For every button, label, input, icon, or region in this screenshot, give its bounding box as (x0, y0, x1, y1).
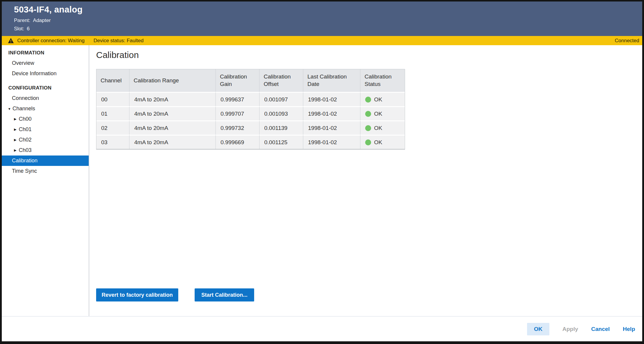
body-row: INFORMATION Overview Device Information … (2, 45, 642, 316)
col-header-channel: Channel (96, 69, 129, 92)
chevron-collapsed-icon[interactable]: ▶ (14, 117, 19, 121)
col-header-calibration-range: Calibration Range (129, 69, 216, 92)
cell-channel: 00 (96, 92, 129, 106)
connection-state: Connected (615, 38, 639, 44)
cell-status: OK (360, 92, 405, 106)
page-title: Calibration (96, 50, 139, 60)
chevron-collapsed-icon[interactable]: ▶ (14, 138, 19, 142)
cell-range: 4mA to 20mA (129, 106, 216, 120)
status-ok-icon (365, 139, 371, 145)
cell-gain: 0.999669 (216, 135, 260, 149)
status-text: OK (374, 96, 382, 103)
cell-range: 4mA to 20mA (129, 120, 216, 135)
sidebar-item-overview[interactable]: Overview (2, 58, 89, 68)
dialog-footer: OK Apply Cancel Help (2, 316, 642, 341)
col-header-calibration-offset: Calibration Offset (260, 69, 303, 92)
cell-date: 1998-01-02 (303, 120, 360, 135)
slot-line: Slot:6 (14, 26, 642, 32)
navigation-sidebar: INFORMATION Overview Device Information … (2, 45, 89, 316)
cell-gain: 0.999732 (216, 120, 260, 135)
parent-value: Adapter (33, 18, 51, 23)
cell-gain: 0.999637 (216, 92, 260, 106)
sidebar-item-time-sync[interactable]: Time Sync (2, 166, 89, 176)
window-header: 5034-IF4, analog Parent:Adapter Slot:6 (2, 1, 642, 36)
cell-status: OK (360, 120, 405, 135)
section-configuration: CONFIGURATION (2, 83, 89, 93)
apply-button[interactable]: Apply (562, 326, 578, 332)
sidebar-item-device-information[interactable]: Device Information (2, 68, 89, 79)
chevron-expanded-icon[interactable]: ▼ (8, 107, 12, 111)
status-alert-bar: Controller connection: Waiting Device st… (2, 36, 642, 45)
warning-icon (8, 38, 14, 43)
col-header-calibration-status: Calibration Status (360, 69, 405, 92)
col-header-calibration-gain: Calibration Gain (216, 69, 260, 92)
sidebar-item-calibration-selected[interactable]: Calibration (2, 155, 89, 166)
status-text: OK (374, 125, 382, 131)
sidebar-item-ch02[interactable]: ▶ Ch02 (2, 135, 89, 145)
parent-label: Parent: (14, 18, 30, 23)
slot-label: Slot: (14, 26, 24, 32)
cell-range: 4mA to 20mA (129, 135, 216, 149)
cell-date: 1998-01-02 (303, 106, 360, 120)
slot-value: 6 (27, 26, 29, 32)
calibration-actions: Revert to factory calibration Start Cali… (96, 288, 254, 301)
sidebar-item-ch03[interactable]: ▶ Ch03 (2, 145, 89, 155)
sidebar-item-label: Ch02 (19, 137, 32, 143)
sidebar-spacer (2, 79, 89, 83)
cell-offset: 0.001093 (260, 106, 303, 120)
chevron-collapsed-icon[interactable]: ▶ (14, 148, 19, 152)
cell-offset: 0.001139 (260, 120, 303, 135)
sidebar-item-label: Channels (12, 106, 35, 112)
cell-status: OK (360, 135, 405, 149)
status-ok-icon (365, 125, 371, 131)
sidebar-item-channels[interactable]: ▼ Channels (2, 103, 89, 114)
status-ok-icon (365, 97, 371, 103)
sidebar-item-connection[interactable]: Connection (2, 93, 89, 103)
cell-gain: 0.999707 (216, 106, 260, 120)
cell-date: 1998-01-02 (303, 135, 360, 149)
ok-button[interactable]: OK (527, 323, 549, 335)
calibration-table: Channel Calibration Range Calibration Ga… (96, 69, 405, 150)
device-title: 5034-IF4, analog (14, 4, 642, 15)
cell-offset: 0.001125 (260, 135, 303, 149)
main-content: Calibration Channel Calibration Range Ca… (89, 45, 642, 316)
status-text: OK (374, 111, 382, 117)
sidebar-item-label: Ch00 (19, 116, 32, 122)
start-calibration-button[interactable]: Start Calibration... (195, 288, 254, 301)
cell-channel: 02 (96, 120, 129, 135)
device-status: Device status: Faulted (93, 38, 143, 44)
cell-channel: 03 (96, 135, 129, 149)
cell-channel: 01 (96, 106, 129, 120)
cancel-button[interactable]: Cancel (591, 326, 610, 332)
sidebar-item-ch00[interactable]: ▶ Ch00 (2, 114, 89, 124)
controller-connection-status: Controller connection: Waiting (17, 38, 85, 44)
sidebar-item-label: Ch03 (19, 147, 32, 153)
cell-range: 4mA to 20mA (129, 92, 216, 106)
col-header-last-calibration-date: Last Calibration Date (303, 69, 360, 92)
cell-date: 1998-01-02 (303, 92, 360, 106)
screen: 5034-IF4, analog Parent:Adapter Slot:6 C… (0, 0, 644, 344)
section-information: INFORMATION (2, 48, 89, 58)
sidebar-item-ch01[interactable]: ▶ Ch01 (2, 124, 89, 135)
device-profile-window: 5034-IF4, analog Parent:Adapter Slot:6 C… (2, 1, 642, 341)
revert-factory-calibration-button[interactable]: Revert to factory calibration (96, 288, 178, 301)
help-button[interactable]: Help (623, 326, 635, 332)
sidebar-item-label: Ch01 (19, 126, 32, 133)
status-text: OK (374, 139, 382, 146)
chevron-collapsed-icon[interactable]: ▶ (14, 128, 19, 131)
status-ok-icon (365, 111, 371, 117)
parent-line: Parent:Adapter (14, 17, 642, 23)
cell-status: OK (360, 106, 405, 120)
cell-offset: 0.001097 (260, 92, 303, 106)
